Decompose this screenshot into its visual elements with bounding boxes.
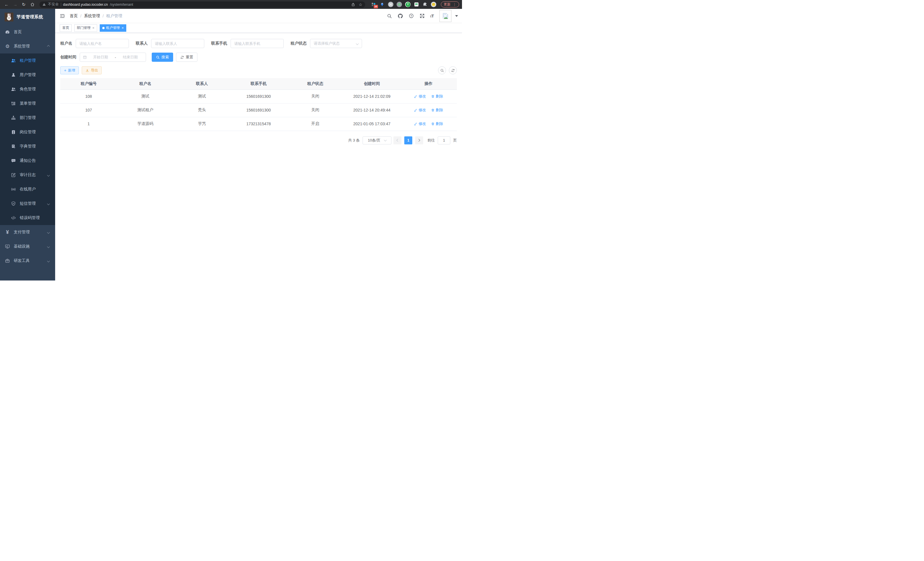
avatar-caret-icon[interactable]	[455, 15, 458, 17]
browser-toolbar: ← → ↻ 不安全 dashboard.yudao.iocoder.cn/sys…	[0, 0, 462, 9]
extension-icon-emoji[interactable]	[431, 2, 436, 7]
sidebar-item-dict[interactable]: 字典管理	[0, 139, 55, 153]
filter-row-2: 创建时间 开始日期 - 结束日期 搜索 重置	[60, 53, 457, 62]
fullscreen-icon[interactable]	[419, 13, 425, 19]
sidebar-item-errorcode[interactable]: 错误码管理	[0, 211, 55, 225]
sms-shield-icon	[11, 201, 16, 206]
sidebar-item-online[interactable]: 在线用户	[0, 182, 55, 196]
total-count: 共 3 条	[348, 138, 360, 143]
extension-icon-chat[interactable]	[414, 2, 419, 7]
breadcrumb-home[interactable]: 首页	[70, 14, 78, 19]
delete-link[interactable]: 删除	[431, 121, 443, 126]
menu-tree-icon	[11, 101, 16, 106]
prev-page-button[interactable]	[393, 136, 401, 144]
devtools-briefcase-icon	[5, 258, 10, 263]
delete-link[interactable]: 删除	[431, 108, 443, 113]
avatar[interactable]	[440, 10, 452, 22]
sidebar-item-sms[interactable]: 短信管理	[0, 196, 55, 211]
edit-link[interactable]: 修改	[414, 108, 426, 113]
sidebar-item-devtools[interactable]: 研发工具	[0, 254, 55, 268]
header-search-icon[interactable]	[387, 14, 392, 19]
delete-link[interactable]: 删除	[431, 94, 443, 99]
chevron-down-icon	[384, 138, 387, 141]
tab-tenant[interactable]: 租户管理×	[100, 24, 127, 32]
github-icon[interactable]	[398, 13, 403, 19]
add-button[interactable]: + 新增	[60, 66, 79, 74]
tenant-name-input[interactable]	[76, 39, 129, 48]
extension-icon-command[interactable]: ⌘	[388, 2, 393, 7]
chevron-down-icon	[47, 245, 50, 248]
tab-home[interactable]: 首页	[60, 24, 72, 32]
date-range-picker[interactable]: 开始日期 - 结束日期	[80, 53, 146, 62]
org-chart-icon	[11, 115, 16, 120]
breadcrumb: 首页 / 系统管理 / 租户管理	[70, 14, 122, 19]
close-icon[interactable]: ×	[92, 26, 94, 30]
next-page-button[interactable]	[415, 136, 423, 144]
extension-icon-y-green[interactable]: Y	[405, 2, 411, 7]
sidebar-item-notice[interactable]: 通知公告	[0, 153, 55, 168]
sidebar-item-label: 支付管理	[14, 230, 30, 235]
share-icon[interactable]	[351, 3, 355, 7]
mobile-label: 联系手机	[211, 41, 227, 46]
url-bar[interactable]: 不安全 dashboard.yudao.iocoder.cn/system/te…	[39, 2, 365, 8]
close-icon[interactable]: ×	[122, 26, 124, 30]
help-icon[interactable]: ?	[409, 13, 414, 19]
tab-dept[interactable]: 部门管理×	[74, 24, 97, 32]
sidebar-item-tenant[interactable]: 租户管理	[0, 53, 55, 68]
sidebar-logo[interactable]: 芋道管理系统	[0, 9, 55, 25]
extension-icon-recorder[interactable]	[397, 2, 402, 7]
extension-icon-kite[interactable]	[380, 2, 385, 7]
export-button[interactable]: 导出	[82, 66, 102, 74]
col-mobile: 联系手机	[230, 78, 287, 89]
sidebar-collapse-icon[interactable]	[55, 9, 69, 23]
search-button[interactable]: 搜索	[152, 53, 173, 62]
home-icon[interactable]	[28, 1, 36, 8]
breadcrumb-system[interactable]: 系统管理	[84, 14, 100, 19]
back-icon[interactable]: ←	[3, 1, 10, 8]
pagination: 共 3 条 10条/页 1 前往 页	[60, 136, 457, 144]
mobile-input[interactable]	[231, 39, 284, 48]
status-select[interactable]: 请选择租户状态	[310, 39, 362, 48]
sidebar-item-user[interactable]: 用户管理	[0, 68, 55, 82]
show-search-toggle-button[interactable]	[438, 66, 446, 74]
col-tenant-id: 租户编号	[60, 78, 117, 89]
browser-menu-icon[interactable]: ⋮	[453, 3, 456, 7]
sidebar-item-post[interactable]: 岗位管理	[0, 125, 55, 139]
edit-link[interactable]: 修改	[414, 94, 426, 99]
contact-label: 联系人	[136, 41, 148, 46]
sidebar-item-dept[interactable]: 部门管理	[0, 111, 55, 125]
goto-page-input[interactable]	[438, 136, 450, 144]
col-status: 租户状态	[287, 78, 344, 89]
sidebar-item-pay[interactable]: ¥ 支付管理	[0, 225, 55, 239]
chevron-up-icon	[47, 45, 50, 48]
sidebar-item-audit[interactable]: 审计日志	[0, 168, 55, 182]
status-text: 关闭	[287, 89, 344, 103]
forward-icon[interactable]: →	[11, 1, 19, 8]
sidebar-item-infra[interactable]: 基础设施	[0, 239, 55, 254]
chevron-down-icon	[47, 202, 50, 205]
sidebar-item-menu[interactable]: 菜单管理	[0, 96, 55, 111]
browser-update-button[interactable]: 更新 ⋮	[441, 2, 459, 8]
reload-icon[interactable]: ↻	[20, 1, 27, 8]
extension-icon-puzzle[interactable]	[422, 2, 428, 7]
security-chip[interactable]: 不安全	[48, 2, 59, 7]
tenant-name-label: 租户名	[60, 41, 72, 46]
edit-link[interactable]: 修改	[414, 121, 426, 126]
contact-input[interactable]	[151, 39, 204, 48]
pay-yen-icon: ¥	[5, 230, 10, 235]
font-size-icon[interactable]: tT	[430, 14, 434, 18]
page-size-select[interactable]: 10条/页	[363, 136, 392, 144]
app-title: 芋道管理系统	[16, 14, 43, 20]
sidebar-item-home[interactable]: 首页	[0, 25, 55, 39]
refresh-table-button[interactable]	[449, 66, 457, 74]
audit-log-icon	[11, 172, 16, 177]
current-page[interactable]: 1	[404, 136, 412, 144]
sidebar-item-role[interactable]: 角色管理	[0, 82, 55, 96]
sidebar: 芋道管理系统 首页 ⚙ 系统管理 租户管理	[0, 9, 55, 281]
extension-icon-tabs[interactable]: 10	[371, 2, 376, 7]
reset-button[interactable]: 重置	[176, 53, 197, 62]
search-icon	[440, 69, 444, 72]
chevron-down-icon	[356, 42, 359, 45]
sidebar-item-system[interactable]: ⚙ 系统管理	[0, 39, 55, 53]
bookmark-star-icon[interactable]: ☆	[358, 2, 362, 7]
